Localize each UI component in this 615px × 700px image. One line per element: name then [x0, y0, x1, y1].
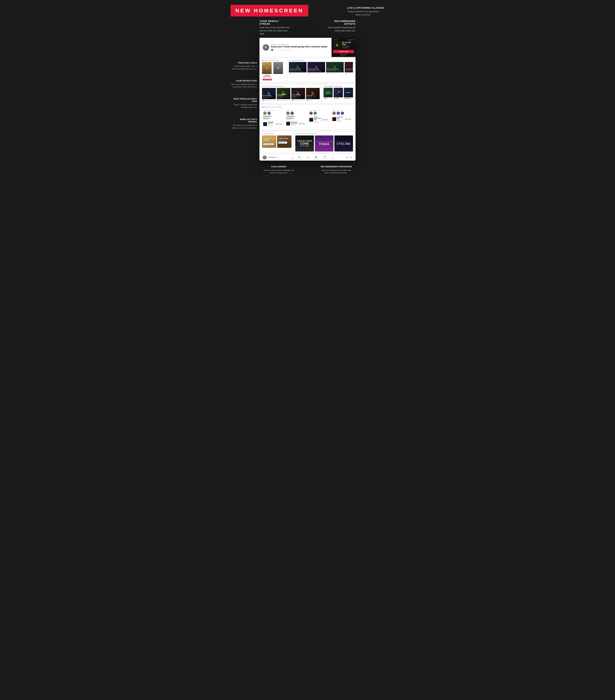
nav-item-more[interactable]: ≡ MORE [331, 155, 334, 159]
popular-cards: 🚴 30 min Pop Ride ALLY LOVE · CYCLING 3 … [262, 88, 320, 101]
friend-thumb-bg-1 [263, 122, 267, 126]
friends-took-2: 2 friends took this workout [286, 110, 306, 111]
challenge-starts-2: STARTS IN 7 D... [278, 136, 291, 137]
streak-dot-1: ✓ [271, 49, 273, 51]
friend-avatars-3: F E [309, 111, 329, 115]
join-class-button[interactable]: JOIN CLASS [333, 50, 354, 53]
nav-user: S Sweatsinthecity ⇒ [263, 155, 279, 159]
popular-card-3[interactable]: 🚴 30 min HIIT Ride EMMA LOVEWELL · CYCLI… [291, 88, 305, 101]
your-instructors-ann-title: YOUR INSTRUCTORS [231, 80, 257, 82]
popular-section: 🔥 MOST POPULAR RIGHT NOW 🚴 30 [261, 84, 321, 103]
overflow-menu-icon[interactable]: ••• [350, 156, 352, 159]
friend-avatar-1b: S [267, 111, 271, 115]
pick-card-4[interactable]: 🚴 45 min Hip Hop Ride JESS KING · CYCLIN… [345, 62, 353, 75]
friend-divider-2 [286, 121, 306, 121]
friend-workout-4: 5 friends took this workout X Y [331, 109, 353, 128]
program-welcome-3: WELCOME TO PELO... [336, 141, 351, 142]
grid-view-icon[interactable]: ⊞ [346, 156, 348, 159]
program-card-2[interactable]: WELCOME TO PELOTON YOGA [315, 136, 333, 151]
recommended-artists-annotation: RECOMMENDED ARTISTS Find a workout inspi… [325, 20, 356, 35]
view-class-btn-4[interactable]: VIEW CLASS [344, 118, 352, 120]
challenges-bottom-desc: Check out your current Challenges and ne… [263, 169, 295, 174]
most-popular-annotation: MOST POPULAR RIGHT NOW Tap on a workout … [231, 98, 257, 109]
daily-picks-section: ⊞ YOUR DAILY PICKS 🚴 45 min Hi [288, 59, 354, 82]
challenge-card-2[interactable]: STARTS IN 7 D... August Challe... Ride 5… [277, 136, 292, 148]
pick-overlay-3: 30 min New Wave Ride CHRISTINE D'ERCOLE … [326, 68, 344, 72]
instructor-img-2: 🧍 [273, 62, 283, 74]
live-class-type: CYCLING [342, 47, 354, 49]
friend-class-title-4: 20 min Pop Ride [337, 116, 344, 119]
pick-footer-text-3: For Something New [328, 73, 336, 74]
pick-img-3: 🚴 30 min New Wave Ride CHRISTINE D'ERCOL… [326, 62, 344, 72]
popular-card-4[interactable]: 🚴 30 min HIIT JESS KING · CYCLING 6 hour… [306, 88, 320, 101]
challenges-section: 🏆 CHALLENGES STARTS IN 7 DAYS August Act… [261, 132, 293, 153]
live-class-card: 72 joined 12:30 PM 🚴 30 min HIT [332, 38, 356, 57]
friend-class-thumb-2 [286, 122, 290, 126]
programs-bottom-title: RECOMMENDED PROGRAMS [320, 165, 352, 168]
streak-dot-7 [290, 49, 293, 51]
artist-card-2[interactable]: 🎤 Dua Lipa [334, 88, 343, 99]
pick-card-1[interactable]: 🚴 45 min Hip Hop Ride ROBIN ARZON · CYCL… [289, 62, 307, 75]
popular-card-2[interactable]: 💪 20 min Intervals & Arms Ride CODY RIGS… [277, 88, 291, 101]
nav-item-challenges[interactable]: ⚑ CHALLENGES [321, 155, 329, 159]
pick-card-3[interactable]: 🚴 30 min New Wave Ride CHRISTINE D'ERCOL… [326, 62, 344, 75]
instructor-card-1[interactable]: 🧍 HannahMarie Corbin 5 NEW CLASSES [262, 62, 272, 80]
streak-dot-4 [281, 49, 283, 51]
program-card-1[interactable]: CRUSH YOUR CORE WITH EMMA [295, 136, 314, 151]
program-title-2: YOGA [319, 142, 330, 146]
schedule-icon: ▦ [315, 155, 317, 158]
nav-item-home[interactable]: ⌂ HOME [291, 155, 294, 159]
nav-item-programs[interactable]: ▶ PROGRAMS [297, 155, 303, 159]
live-upcoming-annotation: LIVE & UPCOMING CLASSES Count yourself i… [347, 7, 384, 16]
view-challenge-btn-2[interactable]: VIEW CHALL... [278, 141, 287, 144]
play-icon-2: ▶ [308, 73, 309, 74]
page-title: NEW HOMESCREEN [235, 8, 304, 13]
recommended-artists-title: RECOMMENDED ARTISTS [325, 20, 356, 25]
friend-class-thumb-3 [309, 118, 313, 122]
view-class-btn-1[interactable]: VIEW CLASS [275, 123, 283, 125]
user-avatar: S [263, 44, 269, 51]
friend-class-instructor-3: MATT WILPERS - CYCLING [314, 121, 321, 123]
pick-title-2: 20 min Hip Hop Ride [308, 68, 324, 70]
bottom-sections: 🏆 CHALLENGES STARTS IN 7 DAYS August Act… [259, 130, 356, 154]
popular-card-1[interactable]: 🚴 30 min Pop Ride ALLY LOVE · CYCLING 3 … [262, 88, 276, 101]
nav-username: Sweatsinthecity [268, 157, 276, 158]
view-class-btn-2[interactable]: VIEW CLASS [298, 123, 306, 125]
live-dot-3 [345, 55, 346, 56]
live-class-thumbnail: 🚴 [333, 41, 341, 49]
artist-card-1[interactable]: mean business Juice J [323, 88, 333, 99]
streak-info: Welcome, Sweatsinthecity Keep your 9 wee… [271, 44, 328, 51]
nav-items: ⌂ HOME ▶ PROGRAMS ◎ CLASSES ▦ [291, 155, 334, 159]
view-challenge-btn-1[interactable]: VIEW CHALLENGE [263, 143, 274, 146]
bottom-nav: S Sweatsinthecity ⇒ ⌂ HOME ▶ PROGRAMS [259, 154, 356, 161]
friend-class-details-2: 20 min Low Impact Ride JESS KING - CYCLI… [291, 121, 298, 126]
work-out-friends-annotation: WORK OUT WITH FRIENDS See classes your f… [231, 118, 257, 129]
live-class-info: 🚴 30 min HIT Ride JESS KING CYCLING [333, 41, 354, 49]
live-class-instructor: JESS KING [342, 45, 354, 47]
artist-cards: mean business Juice J 🎤 [323, 88, 353, 99]
nav-user-avatar: S [263, 155, 267, 159]
pick-card-2[interactable]: 🚴 20 min Hip Hop Ride JENN SHERMAN · CYC… [308, 62, 325, 75]
streak-dot-5 [284, 49, 286, 51]
live-class-dots [333, 55, 354, 56]
program-card-3[interactable]: WELCOME TO PELO... CYCLING [334, 136, 353, 151]
more-icon: ≡ [332, 155, 333, 158]
instructor-card-2[interactable]: 🧍 [273, 62, 284, 80]
streak-dot-2 [274, 49, 276, 51]
page-wrapper: NEW HOMESCREEN LIVE & UPCOMING CLASSES C… [227, 0, 388, 184]
nav-item-schedule[interactable]: ▦ SCHEDULE [313, 155, 319, 159]
popular-time-2: 6 hours ago [278, 98, 290, 99]
pick-overlay-2: 20 min Hip Hop Ride JENN SHERMAN · CYCLI… [308, 68, 325, 72]
instructor-name-1: HannahMarie Corbin [262, 75, 272, 78]
artist-card-3[interactable]: Graffiti Keith Urban [344, 88, 353, 99]
friend-class-info-2: 20 min Low Impact Ride JESS KING - CYCLI… [286, 121, 306, 126]
friend-class-info-1: 45 min Hip Hop Ride ALEX TOUSSAINT - CYC… [263, 121, 283, 127]
view-class-btn-3[interactable]: VIEW CLASS [321, 118, 329, 121]
programs-bottom-desc: Take your training to new heights with t… [320, 169, 352, 174]
popular-members-2: 151 Members here now [279, 100, 289, 101]
live-dot-2 [343, 55, 344, 56]
nav-item-classes[interactable]: ◎ CLASSES [305, 155, 310, 159]
challenge-card-1[interactable]: STARTS IN 7 DAYS August Activity Challen… [262, 136, 276, 148]
instructors-label: 👤 YOUR INSTRUCTORS [262, 60, 285, 61]
friend-avatar-4b: Y [336, 111, 340, 115]
